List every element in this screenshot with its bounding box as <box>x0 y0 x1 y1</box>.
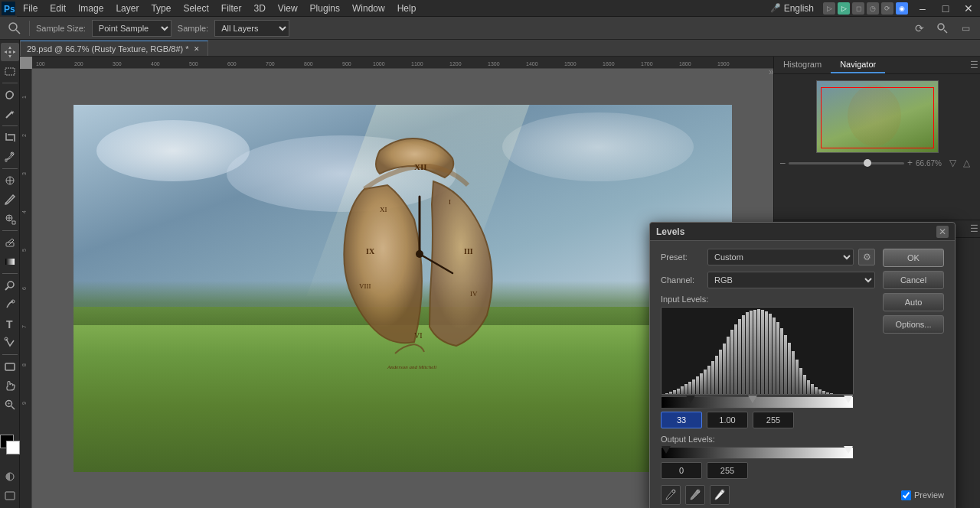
adj-options-icon[interactable]: ☰ <box>968 220 980 237</box>
gray-eyedropper-button[interactable] <box>685 485 705 505</box>
move-tool[interactable] <box>1 43 19 61</box>
levels-right-buttons: OK Cancel Auto Options... <box>883 249 944 334</box>
quick-mask-button[interactable] <box>1 467 19 486</box>
tab-navigator[interactable]: Navigator <box>831 57 885 73</box>
svg-line-5 <box>944 30 947 33</box>
output-black-value[interactable]: 0 <box>661 462 702 479</box>
svg-text:VI: VI <box>414 331 423 340</box>
collapse-handle[interactable]: » <box>767 57 773 110</box>
doc-tab-active[interactable]: 29.psd @ 66.7% (Rusty Texture, RGB/8#) *… <box>20 41 208 56</box>
white-point-slider[interactable] <box>844 396 853 403</box>
selection-tool[interactable] <box>1 62 19 80</box>
icon-4: ◷ <box>867 2 879 15</box>
crop-tool[interactable] <box>1 129 19 147</box>
maximize-button[interactable]: □ <box>934 0 957 17</box>
zoom-expand-button[interactable]: ▽ <box>949 158 960 168</box>
pen-tool[interactable] <box>1 295 19 314</box>
menu-select[interactable]: Select <box>177 0 214 17</box>
text-tool[interactable]: T <box>1 314 19 333</box>
preset-settings-icon[interactable]: ⚙ <box>858 249 875 265</box>
dodge-tool[interactable] <box>1 276 19 295</box>
black-point-slider[interactable] <box>686 396 695 403</box>
svg-rect-132 <box>811 384 814 395</box>
zoom-collapse-button[interactable]: △ <box>963 158 974 168</box>
gradient-tool[interactable] <box>1 252 19 271</box>
white-point-value[interactable]: 255 <box>753 412 794 428</box>
output-white-slider[interactable] <box>844 446 853 454</box>
ok-button[interactable]: OK <box>883 249 944 267</box>
menu-window[interactable]: Window <box>346 0 391 17</box>
options-button[interactable]: Options... <box>883 315 944 334</box>
menu-image[interactable]: Image <box>72 0 109 17</box>
path-selection-tool[interactable] <box>1 334 19 352</box>
healing-brush-tool[interactable] <box>1 171 19 190</box>
close-button[interactable]: ✕ <box>957 0 980 17</box>
input-values-row: 33 1.00 255 <box>661 412 944 428</box>
svg-text:1900: 1900 <box>717 61 730 67</box>
black-eyedropper-button[interactable] <box>661 485 681 505</box>
zoom-percent-label: 66.67% <box>916 159 946 168</box>
menu-plugins[interactable]: Plugins <box>304 0 346 17</box>
menu-view[interactable]: View <box>272 0 304 17</box>
svg-rect-113 <box>738 319 741 395</box>
window-controls: – □ ✕ <box>911 0 980 17</box>
clone-tool[interactable] <box>1 210 19 228</box>
doc-close-button[interactable]: ✕ <box>192 44 201 54</box>
shape-tool[interactable] <box>1 357 19 376</box>
preview-checkbox[interactable] <box>901 490 911 500</box>
svg-text:1700: 1700 <box>641 61 653 67</box>
brush-tool[interactable] <box>1 190 19 209</box>
minimize-button[interactable]: – <box>911 0 934 17</box>
menu-filter[interactable]: Filter <box>215 0 248 17</box>
output-white-value[interactable]: 255 <box>707 462 748 479</box>
refresh-button[interactable]: ⟳ <box>911 20 928 37</box>
menu-3d[interactable]: 3D <box>247 0 271 17</box>
zoom-tool[interactable]: + <box>1 396 19 414</box>
output-black-slider[interactable] <box>662 446 671 454</box>
eyedropper-tool[interactable] <box>1 148 19 166</box>
panel-options-icon[interactable]: ☰ <box>968 57 980 73</box>
menu-type[interactable]: Type <box>145 0 177 17</box>
hand-tool[interactable] <box>1 376 19 395</box>
sample-size-select[interactable]: Point Sample 3 by 3 Average 5 by 5 Avera… <box>92 20 172 37</box>
svg-rect-131 <box>807 380 810 395</box>
background-color[interactable] <box>6 441 20 454</box>
eyedroppers-preview-row: Preview <box>661 485 944 505</box>
preset-select[interactable]: Custom Default Darker Increase Contrast … <box>707 249 854 265</box>
levels-body: OK Cancel Auto Options... Preset: Custom… <box>650 241 955 508</box>
zoom-in-button[interactable]: + <box>907 158 913 168</box>
screen-mode-button[interactable] <box>1 487 19 505</box>
channel-select[interactable]: RGB Red Green Blue <box>707 272 875 288</box>
tab-histogram[interactable]: Histogram <box>774 57 831 73</box>
svg-rect-138 <box>834 394 837 395</box>
search-button[interactable] <box>934 20 951 37</box>
menu-help[interactable]: Help <box>391 0 423 17</box>
preview-label[interactable]: Preview <box>914 490 944 500</box>
zoom-out-button[interactable]: – <box>780 158 786 168</box>
sample-layers-select[interactable]: All Layers Current Layer <box>214 20 289 37</box>
preview-checkbox-row: Preview <box>901 490 944 500</box>
zoom-thumb[interactable] <box>864 159 871 167</box>
auto-button[interactable]: Auto <box>883 293 944 311</box>
screen-mode-button[interactable]: ▭ <box>957 20 974 37</box>
svg-text:100: 100 <box>36 61 45 67</box>
menu-layer[interactable]: Layer <box>109 0 145 17</box>
magic-wand-tool[interactable] <box>1 105 19 123</box>
svg-marker-8 <box>5 50 7 54</box>
menu-edit[interactable]: Edit <box>44 0 72 17</box>
menu-file[interactable]: File <box>17 0 44 17</box>
eraser-tool[interactable] <box>1 233 19 252</box>
midpoint-slider[interactable] <box>748 396 757 403</box>
svg-rect-105 <box>707 366 710 395</box>
black-point-value[interactable]: 33 <box>661 412 702 428</box>
lasso-tool[interactable] <box>1 86 19 104</box>
white-eyedropper-button[interactable] <box>710 485 730 505</box>
zoom-slider[interactable] <box>789 162 904 164</box>
midpoint-value[interactable]: 1.00 <box>707 412 748 428</box>
svg-text:Ps: Ps <box>4 4 15 15</box>
cancel-button[interactable]: Cancel <box>883 271 944 289</box>
svg-text:700: 700 <box>266 61 275 67</box>
levels-title-bar: Levels ✕ <box>650 223 955 241</box>
svg-rect-137 <box>830 393 833 395</box>
levels-close-button[interactable]: ✕ <box>936 226 949 238</box>
